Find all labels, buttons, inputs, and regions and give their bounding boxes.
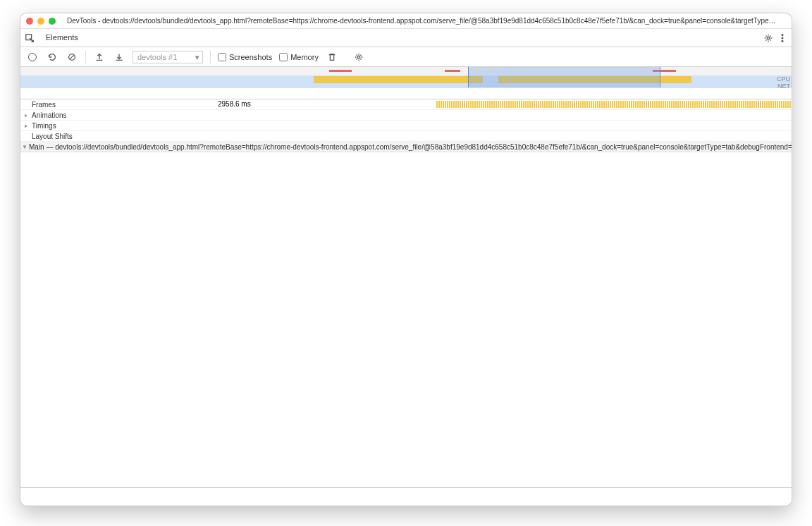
session-selector[interactable]: devtools #1 xyxy=(133,51,203,63)
timings-track[interactable]: ▸Timings xyxy=(20,121,792,131)
window-title: DevTools - devtools://devtools/bundled/d… xyxy=(60,17,786,25)
layout-shifts-track[interactable]: Layout Shifts xyxy=(20,131,792,142)
panel-settings-icon[interactable] xyxy=(352,51,365,63)
inspect-icon[interactable] xyxy=(23,32,36,44)
svg-point-6 xyxy=(357,56,360,59)
record-button[interactable] xyxy=(26,51,39,63)
memory-checkbox[interactable]: Memory xyxy=(279,53,319,61)
download-icon[interactable] xyxy=(113,51,125,63)
close-icon[interactable] xyxy=(26,18,33,25)
tab-elements[interactable]: Elements xyxy=(39,30,85,46)
svg-point-2 xyxy=(782,34,783,35)
svg-point-4 xyxy=(782,40,783,42)
trash-icon[interactable] xyxy=(326,51,338,63)
reload-icon[interactable] xyxy=(46,51,59,63)
details-tabs xyxy=(20,487,792,506)
screenshots-checkbox[interactable]: Screenshots xyxy=(218,53,272,61)
overview-minimap[interactable]: CPU NET xyxy=(20,67,792,88)
more-vert-icon[interactable] xyxy=(776,32,789,44)
time-ruler[interactable] xyxy=(20,88,792,99)
upload-icon[interactable] xyxy=(93,51,106,63)
panel-tabs: Elements xyxy=(20,29,792,47)
devtools-window: DevTools - devtools://devtools/bundled/d… xyxy=(20,13,792,506)
frame-duration: 2958.6 ms xyxy=(218,100,251,108)
performance-toolbar: devtools #1 Screenshots Memory xyxy=(20,47,792,67)
svg-point-3 xyxy=(782,37,783,39)
cpu-label: CPU xyxy=(777,75,790,82)
tracks-panel: Frames 2958.6 ms ▸Animations ▸Timings La… xyxy=(20,99,792,487)
clear-icon[interactable] xyxy=(66,51,78,63)
titlebar: DevTools - devtools://devtools/bundled/d… xyxy=(20,13,792,29)
flame-chart[interactable] xyxy=(20,152,792,487)
svg-point-1 xyxy=(767,37,770,39)
minimize-icon[interactable] xyxy=(37,18,44,25)
settings-gear-icon[interactable] xyxy=(762,32,775,44)
animations-track[interactable]: ▸Animations xyxy=(20,110,792,121)
zoom-icon[interactable] xyxy=(49,18,56,25)
traffic-lights xyxy=(26,18,56,25)
main-thread-header[interactable]: ▼Main — devtools://devtools/bundled/devt… xyxy=(20,142,792,152)
frames-track[interactable]: Frames 2958.6 ms xyxy=(20,99,792,110)
